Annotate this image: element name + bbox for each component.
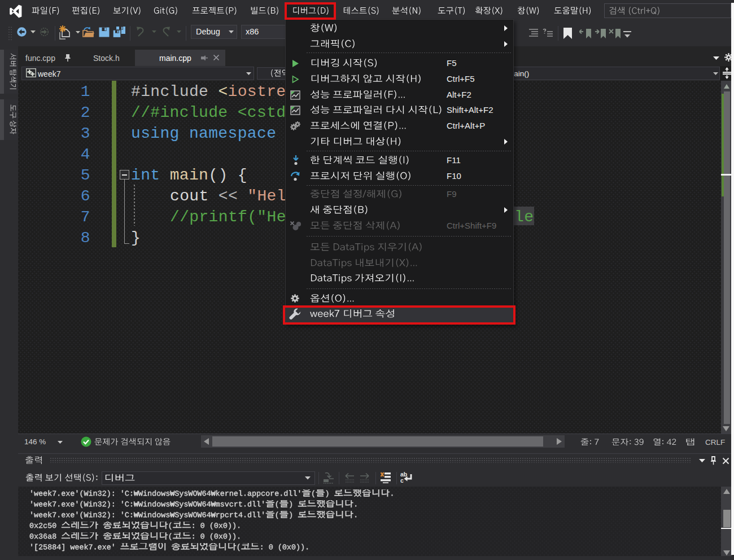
svg-text:c: c: [400, 477, 404, 484]
